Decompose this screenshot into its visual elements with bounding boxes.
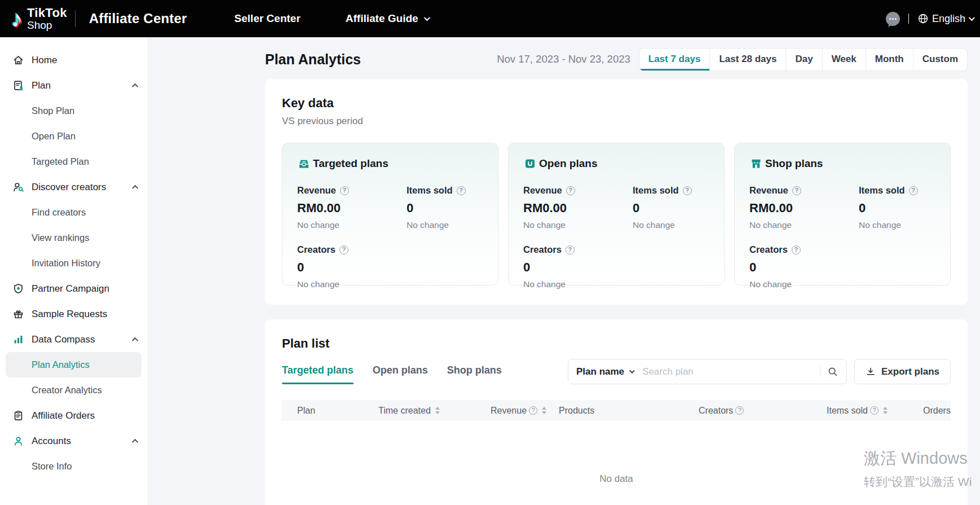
export-plans-button[interactable]: Export plans	[854, 359, 951, 384]
language-selector[interactable]: English	[917, 13, 973, 25]
chevron-down-icon	[969, 15, 975, 21]
date-range-text: Nov 17, 2023 - Nov 23, 2023	[497, 53, 630, 65]
plan-table-header: Plan Time created Revenue Products Creat…	[282, 400, 951, 421]
language-label: English	[932, 13, 965, 25]
help-icon[interactable]	[457, 186, 466, 195]
help-icon[interactable]	[340, 186, 349, 195]
partner-campaign-icon	[12, 283, 24, 295]
accounts-icon	[12, 435, 24, 447]
card-title: Open plans	[539, 157, 597, 170]
range-button-week[interactable]: Week	[822, 49, 866, 71]
sidebar-item-label: Affiliate Orders	[32, 410, 95, 421]
help-icon[interactable]	[566, 186, 575, 195]
range-button-custom[interactable]: Custom	[913, 49, 967, 71]
search-filter-dropdown[interactable]: Plan name	[576, 366, 633, 377]
nav-seller-center[interactable]: Seller Center	[235, 12, 301, 25]
chevron-up-icon	[132, 83, 138, 89]
help-icon[interactable]	[792, 186, 801, 195]
help-icon[interactable]	[529, 406, 537, 415]
chevron-down-icon	[629, 368, 635, 374]
range-button-last-7-days[interactable]: Last 7 days	[639, 49, 710, 71]
chat-icon[interactable]	[886, 12, 900, 26]
sidebar-item-home[interactable]: Home	[0, 47, 147, 73]
column-creators: Creators	[699, 406, 827, 416]
range-button-month[interactable]: Month	[866, 49, 913, 71]
home-icon	[12, 54, 24, 66]
sidebar-item-partner-campaign[interactable]: Partner Campaign	[0, 276, 147, 301]
help-icon[interactable]	[339, 245, 348, 254]
sort-icon[interactable]	[883, 407, 888, 414]
sidebar-item-data-compass[interactable]: Data Compass	[0, 327, 147, 352]
metric-creators: Creators 0 No change	[297, 244, 407, 289]
chevron-up-icon	[132, 438, 138, 445]
column-items-sold: Items sold	[827, 406, 923, 416]
sidebar-item-store-info[interactable]: Store Info	[0, 454, 147, 479]
logo-divider	[75, 10, 76, 27]
nav-affiliate-guide[interactable]: Affiliate Guide	[346, 12, 429, 25]
export-plans-label: Export plans	[881, 366, 939, 377]
sidebar-item-invitation-history[interactable]: Invitation History	[0, 251, 147, 276]
tab-open-plans[interactable]: Open plans	[373, 365, 428, 384]
open-plans-icon	[523, 157, 537, 170]
help-icon[interactable]	[792, 245, 801, 254]
metric-change: No change	[297, 220, 407, 230]
metric-value: 0	[523, 260, 633, 275]
help-icon[interactable]	[909, 186, 918, 195]
metric-revenue: Revenue RM0.00 No change	[297, 185, 407, 230]
sidebar-item-accounts[interactable]: Accounts	[0, 428, 147, 454]
help-icon[interactable]	[566, 245, 575, 254]
nav-affiliate-guide-label: Affiliate Guide	[346, 12, 418, 25]
tab-targeted-plans[interactable]: Targeted plans	[282, 365, 354, 384]
help-icon[interactable]	[683, 186, 692, 195]
plan-list-tabs: Targeted plans Open plans Shop plans	[282, 365, 502, 384]
chevron-up-icon	[132, 185, 138, 191]
search-divider	[820, 367, 820, 376]
metric-revenue: Revenue RM0.00 No change	[749, 185, 859, 230]
topbar-divider	[908, 14, 909, 24]
column-time-created: Time created	[378, 406, 491, 416]
plan-icon	[12, 80, 24, 91]
sidebar-item-open-plan[interactable]: Open Plan	[0, 124, 147, 149]
sort-icon[interactable]	[542, 407, 546, 414]
sidebar-item-discover-creators[interactable]: Discover creators	[0, 174, 147, 200]
brand-line1: TikTok	[27, 7, 67, 19]
metric-items-sold: Items sold 0 No change	[633, 185, 709, 230]
sidebar-item-sample-requests[interactable]: Sample Requests	[0, 301, 147, 327]
tiktok-shop-logo[interactable]: ♪ TikTok Shop	[11, 7, 67, 30]
sidebar-item-label: Discover creators	[32, 182, 106, 193]
metric-creators: Creators 0 No change	[749, 244, 859, 289]
targeted-plans-card: Targeted plans Revenue RM0.00 No change …	[282, 143, 498, 286]
metric-items-sold: Items sold 0 No change	[407, 185, 483, 230]
help-icon[interactable]	[870, 406, 879, 415]
sidebar-item-shop-plan[interactable]: Shop Plan	[0, 98, 147, 124]
sidebar-item-find-creators[interactable]: Find creators	[0, 200, 147, 225]
search-input[interactable]	[642, 366, 813, 377]
sidebar-item-label: Data Compass	[32, 334, 95, 345]
range-button-day[interactable]: Day	[785, 49, 822, 71]
sidebar-item-plan[interactable]: Plan	[0, 73, 147, 98]
search-icon[interactable]	[827, 366, 838, 377]
plan-list-panel: Plan list Targeted plans Open plans Shop…	[265, 319, 968, 505]
app-title: Affiliate Center	[89, 11, 187, 27]
sidebar-item-creator-analytics[interactable]: Creator Analytics	[0, 377, 147, 403]
sidebar-item-targeted-plan[interactable]: Targeted Plan	[0, 149, 147, 174]
key-data-subtitle: VS previous period	[282, 116, 951, 127]
page-title: Plan Analytics	[265, 51, 361, 68]
metric-change: No change	[859, 220, 935, 230]
sidebar-item-label: Sample Requests	[32, 309, 107, 320]
key-data-panel: Key data VS previous period Targeted pla…	[265, 79, 968, 305]
sidebar-item-affiliate-orders[interactable]: Affiliate Orders	[0, 403, 147, 428]
sidebar-item-label: Plan	[32, 80, 51, 91]
sort-icon[interactable]	[435, 407, 440, 414]
sidebar-item-label: Partner Campaign	[32, 283, 109, 295]
help-icon[interactable]	[735, 406, 744, 415]
sidebar-item-view-rankings[interactable]: View rankings	[0, 225, 147, 251]
search-filter-label: Plan name	[576, 366, 624, 377]
metric-revenue: Revenue RM0.00 No change	[523, 185, 633, 230]
range-button-last-28-days[interactable]: Last 28 days	[709, 49, 785, 71]
tab-shop-plans[interactable]: Shop plans	[447, 365, 502, 384]
shop-plans-icon	[749, 157, 763, 170]
sidebar-item-plan-analytics[interactable]: Plan Analytics	[6, 352, 142, 377]
plan-search-box: Plan name	[568, 359, 847, 384]
metric-change: No change	[523, 279, 633, 289]
